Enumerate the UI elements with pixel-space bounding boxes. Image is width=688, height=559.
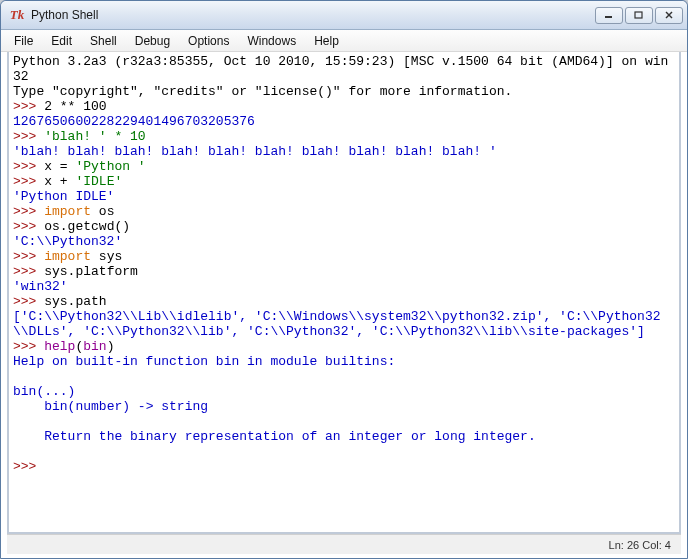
input-4b: 'IDLE' (75, 174, 122, 189)
menu-file[interactable]: File (5, 31, 42, 51)
output-4: 'Python IDLE' (13, 189, 114, 204)
shell-content[interactable]: Python 3.2a3 (r32a3:85355, Oct 10 2010, … (7, 52, 681, 534)
input-6: os.getcwd() (44, 219, 130, 234)
input-4a: x + (44, 174, 75, 189)
status-line: Ln: 26 (609, 539, 640, 551)
prompt: >>> (13, 204, 44, 219)
banner-line2: Type "copyright", "credits" or "license(… (13, 84, 512, 99)
input-9: sys.path (44, 294, 106, 309)
menu-windows[interactable]: Windows (238, 31, 305, 51)
maximize-button[interactable] (625, 7, 653, 24)
menubar: File Edit Shell Debug Options Windows He… (1, 30, 687, 52)
prompt: >>> (13, 459, 44, 474)
input-2: 'blah! ' * 10 (44, 129, 145, 144)
menu-options[interactable]: Options (179, 31, 238, 51)
menu-edit[interactable]: Edit (42, 31, 81, 51)
status-col: Col: 4 (642, 539, 671, 551)
input-8: sys.platform (44, 264, 138, 279)
input-10d: ) (107, 339, 115, 354)
prompt: >>> (13, 99, 44, 114)
prompt: >>> (13, 339, 44, 354)
input-3a: x = (44, 159, 75, 174)
builtin-help: help (44, 339, 75, 354)
python-shell-window: Tk Python Shell File Edit Shell Debug Op… (0, 0, 688, 559)
close-button[interactable] (655, 7, 683, 24)
prompt: >>> (13, 219, 44, 234)
prompt: >>> (13, 249, 44, 264)
titlebar[interactable]: Tk Python Shell (1, 1, 687, 30)
tk-icon: Tk (9, 7, 25, 23)
keyword-import: import (44, 204, 91, 219)
svg-rect-1 (635, 12, 642, 18)
keyword-import: import (44, 249, 91, 264)
input-5b: os (91, 204, 114, 219)
window-title: Python Shell (31, 8, 595, 22)
statusbar: Ln: 26 Col: 4 (7, 534, 681, 554)
input-7b: sys (91, 249, 122, 264)
prompt: >>> (13, 129, 44, 144)
output-9: ['C:\\Python32\\Lib\\idlelib', 'C:\\Wind… (13, 309, 661, 339)
minimize-button[interactable] (595, 7, 623, 24)
prompt: >>> (13, 264, 44, 279)
prompt: >>> (13, 294, 44, 309)
input-1: 2 ** 100 (44, 99, 106, 114)
builtin-bin: bin (83, 339, 106, 354)
menu-help[interactable]: Help (305, 31, 348, 51)
output-8: 'win32' (13, 279, 68, 294)
prompt: >>> (13, 159, 44, 174)
output-1: 1267650600228229401496703205376 (13, 114, 255, 129)
menu-debug[interactable]: Debug (126, 31, 179, 51)
output-6: 'C:\\Python32' (13, 234, 122, 249)
prompt: >>> (13, 174, 44, 189)
input-3b: 'Python ' (75, 159, 145, 174)
menu-shell[interactable]: Shell (81, 31, 126, 51)
window-controls (595, 7, 683, 24)
help-text: Help on built-in function bin in module … (13, 354, 536, 444)
banner-line1: Python 3.2a3 (r32a3:85355, Oct 10 2010, … (13, 54, 668, 84)
output-2: 'blah! blah! blah! blah! blah! blah! bla… (13, 144, 497, 159)
